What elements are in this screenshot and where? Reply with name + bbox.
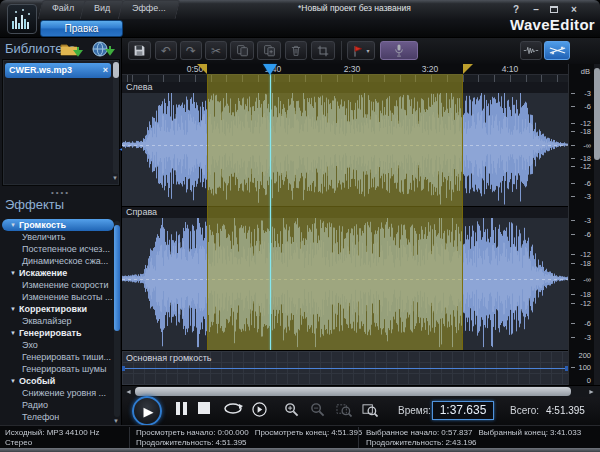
volume-handle-left[interactable] [122,366,125,371]
main-vertical-scrollbar[interactable] [594,64,600,388]
db-scale-label: -12 [580,161,591,170]
status-source-format: Исходный: MP3 44100 Hz [5,428,125,438]
delete-button[interactable] [285,41,307,60]
timeline-tick: 3:20 [422,64,439,74]
effect-item-label: Громкость [19,220,66,230]
cut-button[interactable]: ✂ [205,41,227,60]
effect-item-label: Телефон [22,412,59,422]
flag-dropdown-icon[interactable]: ▾ [366,47,369,54]
crop-button[interactable] [311,41,335,60]
paste-button[interactable] [257,41,281,60]
copy-button[interactable] [230,41,254,60]
effect-item[interactable]: ▼Громкость [2,219,114,231]
waveform-view-button[interactable] [520,41,542,60]
effect-item[interactable]: Снижение уровня ... [2,387,114,399]
import-web-button[interactable] [92,41,116,61]
main-vscroll-thumb[interactable] [594,68,600,160]
effect-item-label: Корректировки [19,304,87,314]
effect-item[interactable]: ▼Корректировки [2,303,114,315]
edit-tab-button[interactable]: Правка [40,20,123,37]
zoom-selection-button[interactable] [336,402,352,417]
import-file-button[interactable] [60,41,84,61]
effect-item[interactable]: Постепенное исчез... [2,243,114,255]
undo-button[interactable]: ↶ [155,41,177,60]
effect-item[interactable]: ▼Искажение [2,267,114,279]
scroll-right-icon[interactable]: ► [586,387,597,397]
effect-item[interactable]: Радио [2,399,114,411]
save-icon [133,44,146,57]
library-list: CWER.ws.mp3 × ▼ [2,59,120,186]
scroll-down-icon[interactable]: ▼ [112,175,118,181]
pause-icon [176,402,180,415]
scroll-left-icon[interactable]: ◄ [123,387,134,397]
pause-button[interactable] [174,402,188,415]
effect-item[interactable]: Генерировать тиши... [2,351,114,363]
menu-view[interactable]: Вид [82,0,122,19]
remove-file-icon[interactable]: × [103,63,108,78]
effect-item[interactable]: Телефон [2,411,114,423]
main-area: ↶ ↷ ✂ [122,38,600,425]
sidebar: Библиотека CWER.ws.mp3 × ▼ [0,38,122,425]
effect-item[interactable]: Эквалайзер [2,315,114,327]
time-display[interactable]: 1:37.635 [432,401,494,420]
zoom-out-button[interactable] [310,402,325,417]
library-item[interactable]: CWER.ws.mp3 × [5,63,111,78]
close-button[interactable]: × [567,4,581,16]
flag-icon [352,44,364,58]
selection-region[interactable] [207,74,463,350]
hscroll-thumb[interactable] [135,387,571,396]
master-volume-strip[interactable]: Основная громкость [122,350,568,385]
volume-scale-0: 0 [587,376,591,385]
panel-splitter[interactable]: •••• [51,188,70,197]
redo-icon: ↷ [186,45,196,57]
zoom-in-button[interactable] [284,402,299,417]
playhead-marker[interactable] [263,64,277,75]
help-button[interactable]: ? [509,4,523,16]
effect-item[interactable]: Изменение скорости [2,279,114,291]
effect-item[interactable]: Генерировать шумы [2,363,114,375]
volume-scale: 200 100 0 [568,350,594,385]
minimize-button[interactable]: – [529,4,543,16]
effect-item[interactable]: Изменение высоты ... [2,291,114,303]
triangle-down-icon: ▼ [10,306,16,312]
status-selection-end-label: Выбранный конец: [478,428,548,437]
horizontal-scrollbar[interactable]: ◄ ► [122,385,600,397]
db-scale-label: -3 [584,191,591,200]
effect-item-label: Генерировать тиши... [22,352,111,362]
transport-bar: ▶ [122,397,600,425]
effects-scrollbar[interactable] [114,221,120,417]
zoom-all-icon [362,402,378,417]
maximize-button[interactable] [547,4,561,16]
redo-button[interactable]: ↷ [180,41,202,60]
effect-item[interactable]: ▼Генерировать [2,327,114,339]
effects-scrollbar-thumb[interactable] [114,225,120,331]
volume-envelope-line[interactable] [122,368,568,369]
zoom-selection-icon [336,402,352,417]
effect-item[interactable]: Эхо [2,339,114,351]
record-button[interactable] [380,41,418,60]
status-view-start: 0:00.000 [218,428,249,437]
zoom-all-button[interactable] [362,402,378,417]
db-scale-label: -6 [584,230,591,239]
stop-button[interactable] [198,402,210,414]
scroll-down-icon[interactable]: ▼ [113,418,119,424]
time-label: Время: [398,405,431,416]
effect-item[interactable]: Динамическое сжа... [2,255,114,267]
status-bar: Исходный: MP3 44100 Hz Стерео Просмотрет… [0,425,600,448]
menu-effects-label: Эффе... [132,3,166,13]
db-scale-label: -3 [584,89,591,98]
effect-item[interactable]: ▼Особый [2,375,114,387]
db-scale-title: dB [581,67,590,76]
menu-effects[interactable]: Эффе... [120,0,178,19]
envelope-view-button[interactable] [544,41,570,60]
loop-button[interactable] [222,402,244,415]
waveform-view-icon [523,45,539,56]
play-button[interactable]: ▶ [132,396,162,426]
effect-item[interactable]: Увеличить [2,231,114,243]
save-button[interactable] [128,41,151,60]
trash-icon [290,44,302,57]
play-selection-button[interactable] [252,402,267,417]
library-scrollbar-thumb[interactable] [113,62,119,78]
brand-logo: WaveEditor [510,16,595,33]
add-marker-button[interactable]: ▾ [347,41,375,60]
